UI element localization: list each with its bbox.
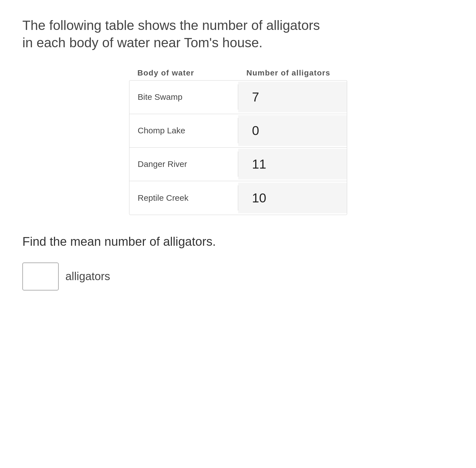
answer-unit-label: alligators [65, 270, 110, 283]
table-body: Bite Swamp 7 Chomp Lake 0 Danger River 1… [129, 80, 347, 215]
cell-num-alligators-3: 11 [238, 149, 347, 179]
cell-num-alligators-1: 7 [238, 82, 347, 112]
answer-row: alligators [22, 263, 454, 290]
cell-body-of-water-2: Chomp Lake [129, 118, 238, 143]
cell-body-of-water-1: Bite Swamp [129, 84, 238, 110]
table-row: Chomp Lake 0 [129, 114, 347, 148]
col-header-body-of-water: Body of water [129, 68, 238, 77]
col-header-num-alligators: Number of alligators [238, 68, 347, 77]
table-row: Reptile Creek 10 [129, 181, 347, 215]
cell-body-of-water-4: Reptile Creek [129, 185, 238, 211]
table-row: Danger River 11 [129, 148, 347, 181]
cell-body-of-water-3: Danger River [129, 152, 238, 177]
cell-num-alligators-4: 10 [238, 183, 347, 213]
question-text: Find the mean number of alligators. [22, 235, 454, 249]
cell-num-alligators-2: 0 [238, 115, 347, 146]
table-header: Body of water Number of alligators [129, 68, 347, 77]
data-table: Body of water Number of alligators Bite … [129, 68, 347, 215]
table-row: Bite Swamp 7 [129, 81, 347, 114]
intro-text: The following table shows the number of … [22, 17, 330, 52]
answer-input[interactable] [22, 263, 59, 290]
